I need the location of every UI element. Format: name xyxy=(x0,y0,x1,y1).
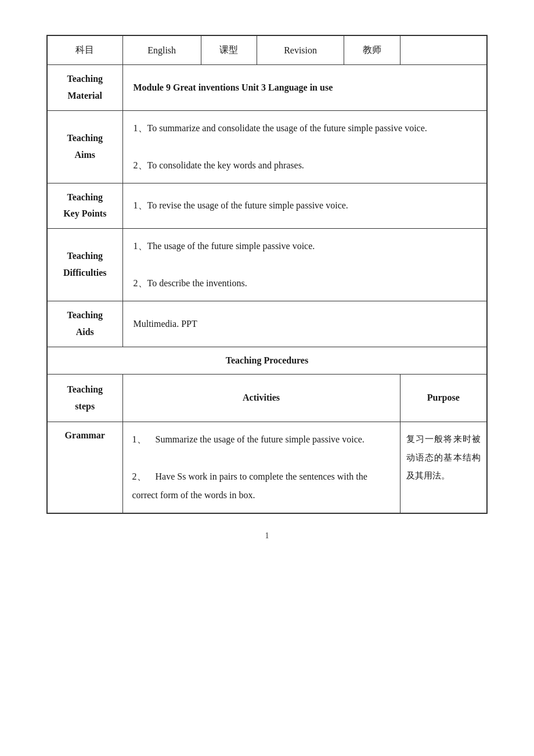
keypoints-label: TeachingKey Points xyxy=(47,183,122,229)
procedures-header: Teaching Procedures xyxy=(47,347,487,374)
teacher-label-cell: 教师 xyxy=(344,35,400,65)
teaching-keypoints-row: TeachingKey Points 1、To revise the usage… xyxy=(47,183,487,229)
grammar-purpose: 复习一般将来时被动语态的基本结构及其用法。 xyxy=(400,422,487,514)
subject-label-cell: 科目 xyxy=(47,35,122,65)
teacher-value-cell xyxy=(400,35,487,65)
header-row: 科目 English 课型 Revision 教师 xyxy=(47,35,487,65)
purpose-header: Purpose xyxy=(400,374,487,422)
teaching-aims-row: TeachingAims 1、To summarize and consolid… xyxy=(47,110,487,183)
page-number: 1 xyxy=(46,531,488,541)
grammar-label: Grammar xyxy=(47,422,122,514)
type-label-cell: 课型 xyxy=(201,35,257,65)
aids-content: Multimedia. PPT xyxy=(122,301,487,347)
page-container: 科目 English 课型 Revision 教师 TeachingMateri… xyxy=(46,35,488,541)
keypoints-content: 1、To revise the usage of the future simp… xyxy=(122,183,487,229)
grammar-activities: 1、 Summarize the usage of the future sim… xyxy=(122,422,400,514)
procedures-cols-header: Teachingsteps Activities Purpose xyxy=(47,374,487,422)
material-label: TeachingMaterial xyxy=(47,65,122,111)
activities-header: Activities xyxy=(122,374,400,422)
difficulties-label: TeachingDifficulties xyxy=(47,229,122,301)
procedures-header-row: Teaching Procedures xyxy=(47,347,487,374)
type-value-cell: Revision xyxy=(257,35,344,65)
aims-content: 1、To summarize and consolidate the usage… xyxy=(122,110,487,183)
teaching-material-row: TeachingMaterial Module 9 Great inventio… xyxy=(47,65,487,111)
teaching-aids-row: TeachingAids Multimedia. PPT xyxy=(47,301,487,347)
subject-value-cell: English xyxy=(122,35,201,65)
grammar-row: Grammar 1、 Summarize the usage of the fu… xyxy=(47,422,487,514)
material-content: Module 9 Great inventions Unit 3 Languag… xyxy=(122,65,487,111)
difficulties-content: 1、The usage of the future simple passive… xyxy=(122,229,487,301)
teaching-difficulties-row: TeachingDifficulties 1、The usage of the … xyxy=(47,229,487,301)
aims-label: TeachingAims xyxy=(47,110,122,183)
main-table: 科目 English 课型 Revision 教师 TeachingMateri… xyxy=(46,35,488,514)
steps-header: Teachingsteps xyxy=(47,374,122,422)
aids-label: TeachingAids xyxy=(47,301,122,347)
